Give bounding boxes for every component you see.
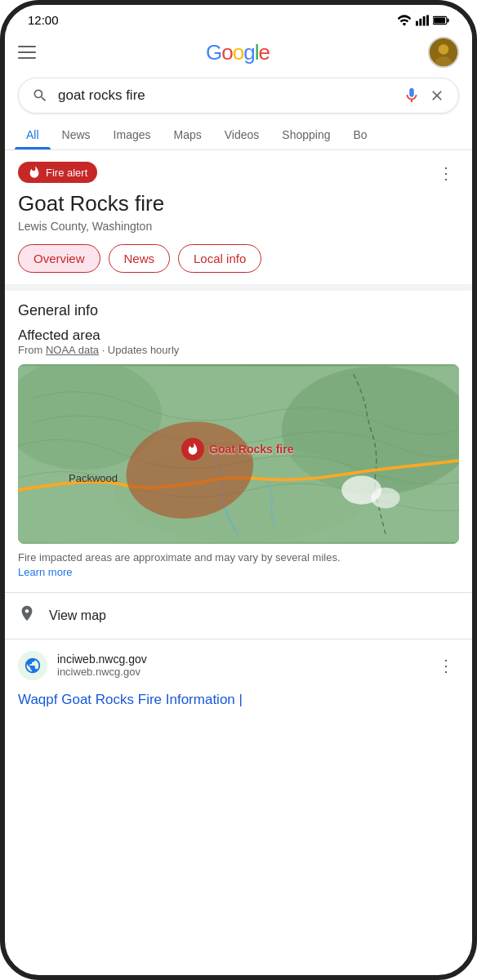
website-info: inciweb.nwcg.gov inciweb.nwcg.gov bbox=[18, 651, 147, 680]
pill-news[interactable]: News bbox=[109, 244, 171, 273]
svg-rect-5 bbox=[447, 18, 448, 22]
fire-card: Fire alert Goat Rocks fire Lewis County,… bbox=[5, 150, 472, 284]
svg-point-16 bbox=[371, 488, 399, 508]
packwood-label: Packwood bbox=[69, 472, 118, 484]
avatar[interactable] bbox=[428, 37, 459, 68]
phone-shell: 12:00 bbox=[0, 0, 477, 980]
svg-rect-3 bbox=[426, 15, 429, 25]
svg-rect-6 bbox=[434, 17, 445, 23]
general-info-section: General info Affected area From NOAA dat… bbox=[5, 291, 472, 591]
website-more-options[interactable]: ⋮ bbox=[433, 654, 459, 677]
website-favicon bbox=[18, 651, 47, 680]
google-logo: Google bbox=[47, 40, 428, 65]
fire-subtitle: Lewis County, Washington bbox=[18, 220, 164, 233]
website-domain-sub: inciweb.nwcg.gov bbox=[57, 666, 147, 678]
svg-rect-0 bbox=[416, 20, 418, 25]
content-area: Fire alert Goat Rocks fire Lewis County,… bbox=[5, 150, 472, 967]
divider-1 bbox=[5, 284, 472, 291]
status-bar: 12:00 bbox=[5, 5, 472, 30]
affected-area-source: From NOAA data · Updates hourly bbox=[18, 344, 459, 356]
learn-more-link[interactable]: Learn more bbox=[18, 566, 72, 578]
tab-all[interactable]: All bbox=[15, 120, 51, 149]
header: Google bbox=[5, 30, 472, 74]
battery-icon bbox=[433, 16, 449, 25]
tab-shopping[interactable]: Shopping bbox=[270, 120, 341, 149]
pill-overview[interactable]: Overview bbox=[18, 244, 100, 273]
fire-icon bbox=[28, 166, 41, 179]
fire-marker-label: Goat Rocks fire bbox=[209, 443, 293, 456]
website-domain: inciweb.nwcg.gov bbox=[57, 653, 147, 666]
fire-title: Goat Rocks fire bbox=[18, 191, 164, 216]
svg-point-8 bbox=[439, 44, 449, 55]
fire-alert-text: Fire alert bbox=[46, 167, 87, 179]
map-pin-icon bbox=[18, 604, 36, 627]
card-header: Fire alert Goat Rocks fire Lewis County,… bbox=[18, 162, 459, 233]
tab-news[interactable]: News bbox=[51, 120, 102, 149]
view-map-label: View map bbox=[49, 608, 106, 623]
search-input[interactable] bbox=[58, 87, 396, 104]
fire-map-marker: Goat Rocks fire bbox=[181, 438, 293, 461]
noaa-link[interactable]: NOAA data bbox=[46, 344, 99, 356]
clear-icon[interactable] bbox=[429, 87, 445, 104]
more-options-button[interactable]: ⋮ bbox=[433, 162, 459, 185]
mic-icon[interactable] bbox=[403, 87, 421, 105]
status-time: 12:00 bbox=[28, 13, 59, 27]
pill-local-info[interactable]: Local info bbox=[178, 244, 261, 273]
menu-button[interactable] bbox=[18, 38, 47, 67]
view-map-row[interactable]: View map bbox=[5, 592, 472, 639]
svg-rect-1 bbox=[419, 18, 421, 25]
map-caption: Fire impacted areas are approximate and … bbox=[18, 550, 459, 580]
signal-icon bbox=[416, 15, 429, 26]
tab-images[interactable]: Images bbox=[102, 120, 163, 149]
tab-more[interactable]: Bo bbox=[341, 120, 378, 149]
section-title: General info bbox=[18, 302, 459, 319]
fire-alert-badge: Fire alert bbox=[18, 162, 97, 183]
search-tabs: All News Images Maps Videos Shopping Bo bbox=[5, 120, 472, 150]
affected-area-title: Affected area bbox=[18, 327, 459, 344]
website-row: inciweb.nwcg.gov inciweb.nwcg.gov ⋮ bbox=[5, 639, 472, 692]
search-icon bbox=[32, 87, 48, 104]
pill-tabs: Overview News Local info bbox=[18, 233, 459, 284]
wifi-icon bbox=[397, 15, 412, 26]
search-bar[interactable] bbox=[18, 78, 459, 114]
tab-videos[interactable]: Videos bbox=[213, 120, 271, 149]
tab-maps[interactable]: Maps bbox=[163, 120, 213, 149]
fire-map[interactable]: Packwood Goat Rocks fire bbox=[18, 364, 459, 544]
website-link-title[interactable]: Waqpf Goat Rocks Fire Information | bbox=[5, 692, 472, 719]
status-icons bbox=[397, 15, 449, 26]
svg-rect-2 bbox=[423, 16, 426, 25]
